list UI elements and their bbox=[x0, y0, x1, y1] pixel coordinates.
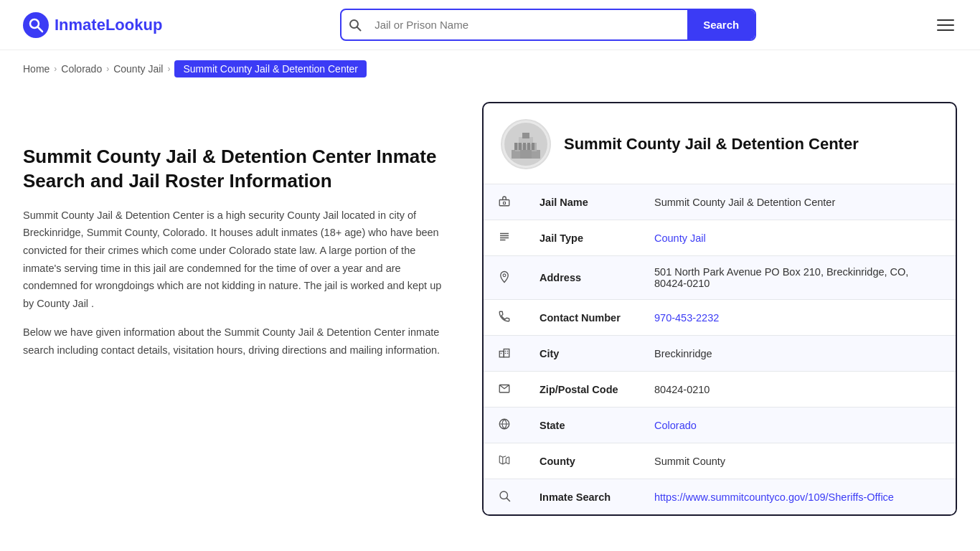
table-row: CityBreckinridge bbox=[484, 336, 956, 372]
table-row: StateColorado bbox=[484, 408, 956, 443]
search-input[interactable] bbox=[369, 11, 687, 38]
breadcrumb-active: Summit County Jail & Detention Center bbox=[174, 60, 367, 77]
table-value: Summit County bbox=[640, 443, 956, 479]
card-header: Summit County Jail & Detention Center bbox=[484, 103, 956, 184]
main-content: Summit County Jail & Detention Center In… bbox=[0, 88, 980, 545]
svg-point-21 bbox=[503, 273, 506, 276]
chevron-icon-3: › bbox=[167, 64, 170, 74]
table-row: Address501 North Park Avenue PO Box 210,… bbox=[484, 256, 956, 300]
zip-icon bbox=[484, 372, 525, 408]
search-area: Search bbox=[340, 9, 756, 41]
hamburger-line-3 bbox=[937, 29, 954, 31]
svg-rect-27 bbox=[505, 353, 507, 354]
description-paragraph-2: Below we have given information about th… bbox=[23, 324, 453, 359]
table-label: State bbox=[525, 408, 640, 443]
right-column: Summit County Jail & Detention Center Ja… bbox=[482, 102, 957, 516]
description-paragraph-1: Summit County Jail & Detention Center is… bbox=[23, 207, 453, 313]
logo-icon bbox=[23, 12, 49, 38]
table-label: Jail Name bbox=[525, 184, 640, 220]
svg-rect-9 bbox=[514, 143, 517, 150]
table-row: Contact Number970-453-2232 bbox=[484, 300, 956, 336]
search-wrapper: Search bbox=[340, 9, 756, 41]
table-value: Summit County Jail & Detention Center bbox=[640, 184, 956, 220]
svg-rect-23 bbox=[504, 349, 509, 357]
table-label: Zip/Postal Code bbox=[525, 372, 640, 408]
svg-line-1 bbox=[38, 27, 43, 32]
table-link[interactable]: County Jail bbox=[654, 232, 706, 244]
card-title: Summit County Jail & Detention Center bbox=[564, 135, 859, 154]
svg-rect-22 bbox=[499, 352, 504, 357]
search-button[interactable]: Search bbox=[687, 10, 755, 39]
table-row: Jail TypeCounty Jail bbox=[484, 220, 956, 256]
svg-rect-14 bbox=[520, 150, 532, 159]
hamburger-line-1 bbox=[937, 19, 954, 21]
table-label: City bbox=[525, 336, 640, 372]
svg-rect-26 bbox=[507, 351, 509, 352]
state-icon bbox=[484, 408, 525, 443]
svg-rect-10 bbox=[519, 143, 522, 150]
chevron-icon-2: › bbox=[106, 64, 109, 74]
jail-icon bbox=[484, 184, 525, 220]
table-row: Zip/Postal Code80424-0210 bbox=[484, 372, 956, 408]
table-value: 80424-0210 bbox=[640, 372, 956, 408]
table-value[interactable]: Colorado bbox=[640, 408, 956, 443]
svg-rect-13 bbox=[532, 143, 534, 150]
city-icon bbox=[484, 336, 525, 372]
table-value: Breckinridge bbox=[640, 336, 956, 372]
breadcrumb-home[interactable]: Home bbox=[23, 63, 50, 75]
svg-line-3 bbox=[357, 27, 361, 30]
table-row: Jail NameSummit County Jail & Detention … bbox=[484, 184, 956, 220]
svg-rect-11 bbox=[523, 143, 526, 150]
table-label: Address bbox=[525, 256, 640, 300]
table-value[interactable]: 970-453-2232 bbox=[640, 300, 956, 336]
hamburger-menu[interactable] bbox=[934, 17, 957, 34]
courthouse-image bbox=[504, 123, 547, 166]
location-icon bbox=[484, 256, 525, 300]
table-value: 501 North Park Avenue PO Box 210, Brecki… bbox=[640, 256, 956, 300]
phone-icon bbox=[484, 300, 525, 336]
svg-line-32 bbox=[507, 498, 509, 501]
logo-link[interactable]: InmateLookup bbox=[23, 12, 162, 38]
svg-rect-12 bbox=[527, 143, 530, 150]
search-icon bbox=[341, 19, 369, 32]
table-link[interactable]: Colorado bbox=[654, 420, 697, 431]
svg-rect-24 bbox=[501, 353, 502, 354]
jail-avatar bbox=[501, 119, 551, 169]
logo-text: InmateLookup bbox=[55, 16, 162, 34]
table-link[interactable]: https://www.summitcountyco.gov/109/Sheri… bbox=[654, 491, 894, 503]
svg-rect-25 bbox=[505, 351, 507, 352]
table-row: Inmate Searchhttps://www.summitcountyco.… bbox=[484, 479, 956, 515]
table-value[interactable]: https://www.summitcountyco.gov/109/Sheri… bbox=[640, 479, 956, 515]
table-row: CountySummit County bbox=[484, 443, 956, 479]
table-label: Jail Type bbox=[525, 220, 640, 256]
table-label: Inmate Search bbox=[525, 479, 640, 515]
svg-rect-15 bbox=[499, 200, 509, 206]
table-value[interactable]: County Jail bbox=[640, 220, 956, 256]
hamburger-line-2 bbox=[937, 24, 954, 26]
page-title: Summit County Jail & Detention Center In… bbox=[23, 145, 453, 194]
left-column: Summit County Jail & Detention Center In… bbox=[23, 102, 482, 516]
svg-rect-8 bbox=[522, 133, 529, 138]
table-label: County bbox=[525, 443, 640, 479]
search-icon bbox=[484, 479, 525, 515]
breadcrumb: Home › Colorado › County Jail › Summit C… bbox=[0, 50, 980, 88]
county-icon bbox=[484, 443, 525, 479]
breadcrumb-county-jail[interactable]: County Jail bbox=[113, 63, 163, 75]
header: InmateLookup Search bbox=[0, 0, 980, 50]
info-card: Summit County Jail & Detention Center Ja… bbox=[482, 102, 957, 516]
svg-rect-28 bbox=[507, 353, 509, 354]
breadcrumb-colorado[interactable]: Colorado bbox=[61, 63, 102, 75]
table-label: Contact Number bbox=[525, 300, 640, 336]
svg-rect-16 bbox=[504, 202, 506, 204]
chevron-icon-1: › bbox=[54, 64, 57, 74]
info-table: Jail NameSummit County Jail & Detention … bbox=[484, 184, 956, 514]
list-icon bbox=[484, 220, 525, 256]
table-link[interactable]: 970-453-2232 bbox=[654, 312, 719, 324]
